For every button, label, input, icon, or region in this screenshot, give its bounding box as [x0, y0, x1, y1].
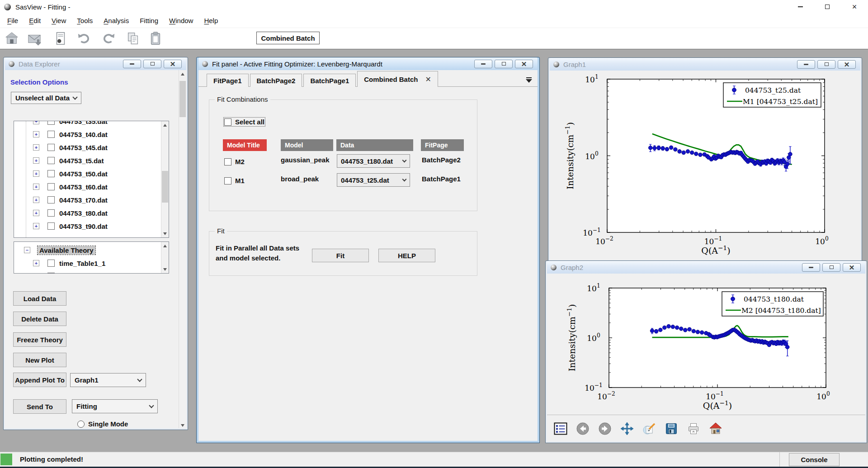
fit-panel-title-bar[interactable]: Fit panel - Active Fitting Optimizer: Le… — [198, 57, 538, 70]
save-icon[interactable] — [664, 421, 679, 436]
scrollbar-thumb[interactable] — [162, 171, 168, 203]
console-button[interactable]: Console — [789, 453, 840, 466]
checkbox-icon[interactable] — [47, 183, 55, 190]
expand-icon[interactable]: + — [33, 121, 39, 124]
report-icon[interactable] — [52, 30, 69, 47]
checkbox-icon[interactable] — [47, 273, 55, 274]
graph2-title-bar[interactable]: Graph2 ✕ — [547, 261, 865, 274]
scroll-up-icon[interactable] — [161, 121, 169, 129]
tree-item-label[interactable]: 044753_t80.dat — [59, 209, 108, 217]
data-file-combo[interactable]: 044753_t180.dat — [337, 154, 410, 168]
model-checkbox-m1[interactable]: M1 — [224, 177, 245, 184]
checkbox-icon[interactable] — [47, 121, 55, 125]
menu-item-view[interactable]: View — [46, 14, 71, 27]
tab-batchpage2[interactable]: BatchPage2 — [250, 74, 302, 87]
close-icon[interactable]: ✕ — [515, 60, 533, 68]
graph1-plot[interactable]: 10−210−110010−1100101044753_t25.datM1 [0… — [550, 71, 860, 260]
scrollbar-thumb[interactable] — [179, 81, 186, 117]
undo-icon[interactable] — [76, 30, 92, 47]
back-icon[interactable] — [576, 421, 590, 436]
tree-item-label[interactable]: 044753_t50.dat — [59, 170, 108, 178]
collapse-icon[interactable]: − — [24, 247, 30, 253]
panel-scrollbar[interactable] — [179, 70, 186, 428]
menu-item-help[interactable]: Help — [198, 14, 223, 27]
graph1-title-bar[interactable]: Graph1 ✕ — [550, 58, 860, 71]
checkbox-icon[interactable] — [47, 144, 55, 151]
expand-icon[interactable]: + — [33, 197, 39, 203]
tree-item-label[interactable]: 044753_t40.dat — [59, 131, 108, 138]
tree-item-label[interactable]: 044753_t60.dat — [59, 183, 108, 191]
graph2-plot[interactable]: 10−210−110010−1100101044753_t180.datM2 [… — [547, 274, 865, 413]
home-icon[interactable] — [708, 421, 723, 436]
paste-icon[interactable] — [147, 30, 164, 47]
print-icon[interactable] — [686, 421, 701, 436]
expand-icon[interactable]: + — [33, 210, 39, 216]
scroll-down-icon[interactable] — [161, 265, 169, 273]
copy-icon[interactable] — [125, 30, 141, 47]
delete-data-button[interactable]: Delete Data — [13, 312, 66, 326]
send-to-button[interactable]: Send To — [13, 399, 66, 414]
minimize-icon[interactable] — [787, 0, 814, 14]
checkbox-icon[interactable] — [47, 196, 55, 203]
minimize-icon[interactable] — [802, 263, 820, 272]
select-all-checkbox[interactable]: Select all — [224, 118, 264, 126]
redo-icon[interactable] — [100, 30, 117, 47]
append-plot-to-button[interactable]: Append Plot To — [13, 373, 66, 387]
scroll-up-icon[interactable] — [161, 242, 169, 250]
fit-button[interactable]: Fit — [312, 249, 369, 262]
load-data-icon[interactable] — [4, 30, 20, 47]
menu-item-file[interactable]: File — [2, 14, 24, 27]
pan-icon[interactable] — [620, 421, 634, 436]
data-file-combo[interactable]: 044753_t25.dat — [337, 173, 410, 187]
minimize-icon[interactable] — [123, 60, 141, 68]
save-project-icon[interactable] — [26, 30, 42, 47]
maximize-icon[interactable] — [817, 60, 835, 69]
theory-tree[interactable]: −Available Theory+time_Table1_1+ — [14, 241, 169, 274]
menu-item-edit[interactable]: Edit — [24, 14, 46, 27]
tree-item-label[interactable]: Available Theory — [38, 246, 95, 255]
maximize-icon[interactable] — [143, 60, 161, 68]
expand-icon[interactable]: + — [33, 273, 39, 274]
forward-icon[interactable] — [598, 421, 612, 436]
theory-tree-scrollbar[interactable] — [161, 242, 169, 273]
menu-item-tools[interactable]: Tools — [71, 14, 98, 27]
tab-close-icon[interactable]: ✕ — [425, 75, 431, 84]
data-tree-scrollbar[interactable] — [161, 121, 169, 237]
checkbox-icon[interactable] — [47, 131, 55, 138]
menu-item-analysis[interactable]: Analysis — [98, 14, 134, 27]
tree-row[interactable]: +044753_t5.dat — [14, 154, 169, 167]
close-icon[interactable]: × — [841, 0, 868, 14]
freeze-theory-button[interactable]: Freeze Theory — [13, 332, 66, 347]
checkbox-icon[interactable] — [47, 170, 55, 177]
new-plot-button[interactable]: New Plot — [13, 353, 66, 367]
data-explorer-title-bar[interactable]: Data Explorer ✕ — [5, 57, 186, 70]
tree-row[interactable]: +time_Table1_1 — [14, 257, 169, 270]
append-plot-combo[interactable]: Graph1 — [70, 373, 146, 387]
tree-row[interactable]: +044753_t90.dat — [14, 220, 169, 233]
close-icon[interactable]: ✕ — [843, 263, 861, 272]
minimize-icon[interactable] — [474, 60, 492, 68]
tree-row[interactable]: +044753_t40.dat — [14, 128, 169, 141]
tab-combined-batch[interactable]: Combined Batch✕ — [357, 71, 438, 87]
close-icon[interactable]: ✕ — [838, 60, 856, 69]
checkbox-icon[interactable] — [47, 260, 55, 267]
tree-row[interactable]: +044753_t70.dat — [14, 194, 169, 207]
edit-icon[interactable] — [642, 421, 656, 436]
help-button[interactable]: HELP — [378, 249, 435, 262]
tree-row[interactable]: +044753_t80.dat — [14, 207, 169, 220]
checkbox-icon[interactable] — [224, 118, 231, 126]
expand-icon[interactable]: + — [33, 144, 39, 151]
checkbox-icon[interactable] — [224, 177, 231, 184]
tab-fitpage1[interactable]: FitPage1 — [207, 74, 249, 87]
tree-item-label[interactable]: 044753_t45.dat — [59, 144, 108, 151]
tab-batchpage1[interactable]: BatchPage1 — [303, 74, 356, 87]
selection-combo[interactable]: Unselect all Data — [11, 92, 81, 104]
menu-item-fitting[interactable]: Fitting — [134, 14, 164, 27]
tree-item-label[interactable]: 044753_t35.dat — [59, 121, 108, 125]
maximize-icon[interactable] — [495, 60, 513, 68]
tree-row[interactable]: −Available Theory — [14, 244, 169, 257]
maximize-icon[interactable] — [814, 0, 841, 14]
checkbox-icon[interactable] — [47, 222, 55, 230]
expand-icon[interactable]: + — [33, 131, 39, 137]
tree-item-label[interactable]: 044753_t90.dat — [59, 222, 108, 230]
